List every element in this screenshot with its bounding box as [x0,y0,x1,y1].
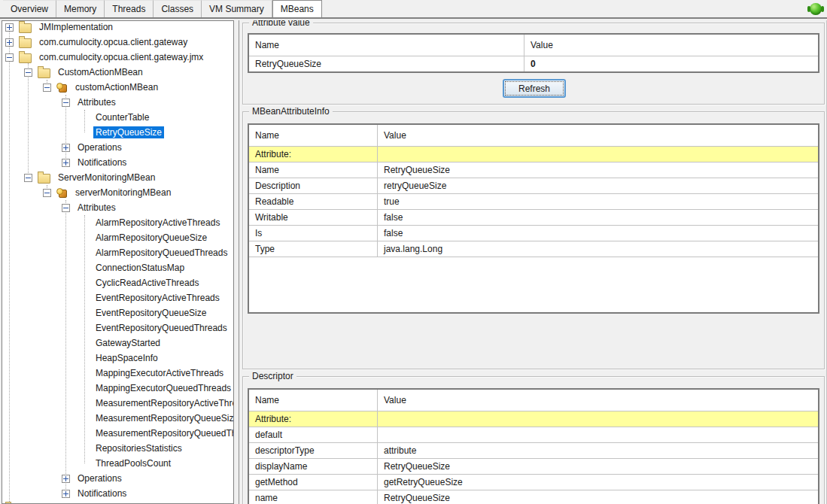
table-row[interactable]: nameRetryQueueSize [249,490,818,504]
cell-name: Attribute: [249,147,378,162]
tree-row: CyclicReadActiveThreads [2,275,233,290]
tree-row: serverMonitoringMBean [2,185,233,200]
table-row[interactable]: RetryQueueSize0 [249,56,818,72]
tree-node-label[interactable]: EventRepositoryActiveThreads [93,292,222,304]
tree-node-label[interactable]: MeasurementRepositoryQueuedThreads [93,427,233,439]
tree-node-label[interactable]: com.cumulocity.opcua.client.gateway.jmx [37,51,205,63]
column-header-name[interactable]: Name [249,125,378,146]
tab-mbeans[interactable]: MBeans [272,0,322,17]
refresh-button[interactable]: Refresh [503,79,566,98]
cell-value: RetryQueueSize [378,490,818,504]
tree-row: ServerMonitoringMBean [2,170,233,185]
tab-vm-summary[interactable]: VM Summary [202,0,272,17]
tree-node-label[interactable]: ServerMonitoringMBean [56,172,157,184]
connection-status-icon [810,3,822,15]
collapse-icon[interactable] [5,53,14,62]
tree-row: Attributes [2,200,233,215]
expand-icon[interactable] [62,144,70,152]
column-header-name[interactable]: Name [249,390,378,411]
cell-name: Type [249,241,378,257]
tree-node-label[interactable]: Operations [75,141,124,153]
tab-overview[interactable]: Overview [3,0,56,17]
cell-value: RetryQueueSize [378,162,818,178]
mbean-tree: JMImplementationcom.cumulocity.opcua.cli… [2,21,233,503]
collapse-icon[interactable] [62,99,70,107]
column-header-value[interactable]: Value [378,390,818,411]
mbean-tree-panel: JMImplementationcom.cumulocity.opcua.cli… [2,20,234,504]
tab-classes[interactable]: Classes [154,0,202,17]
collapse-icon[interactable] [43,83,51,92]
cell-value [378,411,818,427]
table-row[interactable]: displayNameRetryQueueSize [249,459,818,475]
table-row[interactable]: Attribute: [249,411,818,427]
table-row[interactable]: descriptorTypeattribute [249,443,818,459]
table-row[interactable]: Typejava.lang.Long [249,241,818,257]
cell-value: 0 [524,56,818,71]
attribute-value-group: Attribute value Name Value RetryQueueSiz… [242,23,825,105]
column-header-value[interactable]: Value [378,125,818,146]
table-row[interactable]: default [249,427,818,443]
table-row[interactable]: DescriptionretryQueueSize [249,178,818,194]
expand-icon[interactable] [62,159,70,167]
table-row[interactable]: Attribute: [249,147,818,162]
tree-node-label[interactable]: EventRepositoryQueuedThreads [93,322,230,334]
tree-node-label[interactable]: RetryQueueSize [93,126,164,138]
tree-node-label[interactable]: Attributes [75,202,118,214]
table-row[interactable]: Writablefalse [249,210,818,226]
tree-node-label[interactable]: MeasurementRepositoryActiveThreads [93,397,233,409]
tab-memory[interactable]: Memory [56,0,105,17]
tree-node-label[interactable]: AlarmRepositoryQueuedThreads [93,247,230,259]
tree-node-label[interactable]: GatewayStarted [93,337,163,349]
tree-node-label[interactable]: CyclicReadActiveThreads [93,277,201,289]
expand-icon[interactable] [5,23,14,32]
tree-node-label[interactable]: ConnectionStatusMap [93,262,187,274]
cell-name: Description [249,178,378,193]
tree-row: MeasurementRepositoryActiveThreads [2,396,233,411]
tree-node-label[interactable]: HeapSpaceInfo [93,352,160,364]
tree-node-label[interactable]: Notifications [75,156,129,169]
tree-row: CounterTable [2,110,233,125]
tree-node-label[interactable]: Notifications [75,487,129,499]
tree-node-label[interactable]: serverMonitoringMBean [73,187,173,199]
tree-row: ThreadPoolsCount [2,456,233,471]
tree-node-label[interactable]: CounterTable [93,111,151,123]
tree-node-label[interactable]: MappingExecutorActiveThreads [93,367,226,379]
bean-icon [56,187,68,199]
expand-icon[interactable] [62,475,70,483]
tree-node-label[interactable]: RepositoriesStatistics [93,442,184,454]
collapse-icon[interactable] [43,189,51,197]
table-row[interactable]: Readabletrue [249,194,818,210]
collapse-icon[interactable] [24,174,32,182]
tree-node-label[interactable]: customActionMBean [73,81,160,93]
collapse-icon[interactable] [24,68,32,77]
bean-icon [56,82,68,93]
tree-node-label[interactable]: MeasurementRepositoryQueueSize [93,412,233,424]
table-body: Attribute:NameRetryQueueSizeDescriptionr… [249,147,818,257]
tab-strip: OverviewMemoryThreadsClassesVM SummaryMB… [3,0,322,17]
tree-node-label[interactable]: Attributes [75,96,118,108]
collapse-icon[interactable] [62,204,70,212]
expand-icon[interactable] [5,38,14,47]
tree-row: AlarmRepositoryQueuedThreads [2,245,233,260]
tree-node-label[interactable]: JMImplementation [37,21,115,33]
tree-node-label[interactable]: AlarmRepositoryActiveThreads [93,217,222,229]
tree-node-label[interactable]: CustomActionMBean [56,66,145,78]
attribute-value-table: Name Value RetryQueueSize0 [248,33,819,73]
column-header-name[interactable]: Name [249,35,524,56]
table-row[interactable]: NameRetryQueueSize [249,162,818,178]
tree-node-label[interactable]: Operations [75,472,124,484]
tree-node-label[interactable]: ThreadPoolsCount [93,457,173,469]
tab-threads[interactable]: Threads [105,0,154,17]
table-row[interactable]: getMethodgetRetryQueueSize [249,475,818,490]
tree-node-label[interactable]: AlarmRepositoryQueueSize [93,232,209,244]
tree-row: EventRepositoryActiveThreads [2,290,233,305]
tree-row: GatewayStarted [2,335,233,351]
expand-icon[interactable] [62,490,70,498]
column-header-value[interactable]: Value [524,35,818,56]
table-row[interactable]: Isfalse [249,226,818,241]
tree-row: Operations [2,471,233,486]
tree-row: customActionMBean [2,80,233,95]
tree-node-label[interactable]: com.cumulocity.opcua.client.gateway [37,36,190,48]
tree-node-label[interactable]: MappingExecutorQueuedThreads [93,382,233,394]
tree-node-label[interactable]: EventRepositoryQueueSize [93,307,208,319]
